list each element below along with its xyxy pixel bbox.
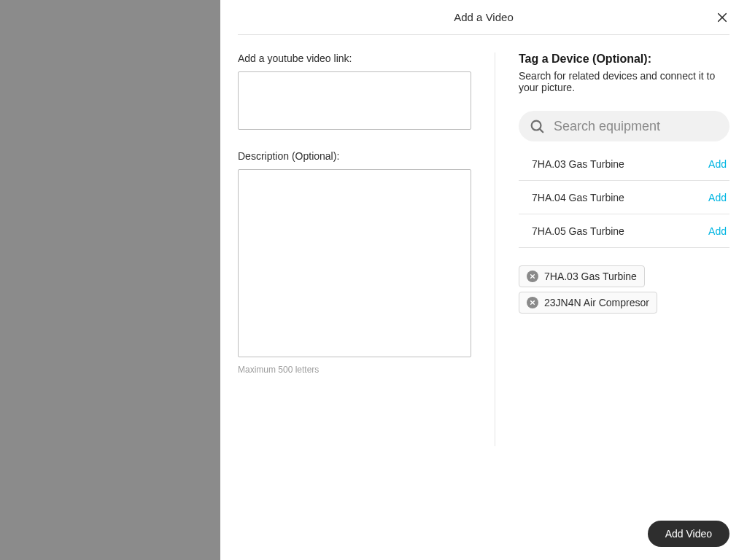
close-icon: [530, 300, 535, 306]
device-chip: 7HA.03 Gas Turbine: [519, 265, 645, 287]
vertical-divider: [495, 52, 495, 446]
result-row: 7HA.03 Gas Turbine Add: [519, 147, 729, 181]
add-device-button[interactable]: Add: [708, 158, 729, 170]
youtube-link-input[interactable]: [238, 71, 471, 130]
right-column: Tag a Device (Optional): Search for rela…: [519, 52, 729, 508]
youtube-link-label: Add a youtube video link:: [238, 52, 471, 64]
add-video-panel: Add a Video Add a youtube video link: De…: [220, 0, 747, 560]
left-column: Add a youtube video link: Description (O…: [238, 52, 471, 508]
search-wrap: [519, 111, 729, 141]
search-results: 7HA.03 Gas Turbine Add 7HA.04 Gas Turbin…: [519, 147, 729, 248]
tag-device-title: Tag a Device (Optional):: [519, 52, 729, 66]
description-helper: Maximum 500 letters: [238, 365, 471, 375]
result-name: 7HA.03 Gas Turbine: [532, 158, 624, 170]
search-equipment-input[interactable]: [519, 111, 729, 141]
chip-label: 23JN4N Air Compresor: [544, 297, 649, 308]
panel-header: Add a Video: [238, 0, 729, 35]
result-row: 7HA.04 Gas Turbine Add: [519, 181, 729, 214]
add-video-button[interactable]: Add Video: [648, 521, 729, 547]
close-icon: [716, 11, 729, 24]
close-icon: [530, 273, 535, 279]
add-device-button[interactable]: Add: [708, 225, 729, 237]
result-row: 7HA.05 Gas Turbine Add: [519, 214, 729, 248]
description-input[interactable]: [238, 169, 471, 357]
selected-chips: 7HA.03 Gas Turbine 23JN4N Air Compresor: [519, 265, 729, 314]
panel-title: Add a Video: [454, 11, 513, 23]
add-device-button[interactable]: Add: [708, 192, 729, 203]
panel-body: Add a youtube video link: Description (O…: [220, 35, 747, 508]
search-icon: [529, 118, 545, 134]
panel-footer: Add Video: [220, 508, 747, 560]
description-label: Description (Optional):: [238, 150, 471, 162]
close-button[interactable]: [715, 10, 729, 25]
device-chip: 23JN4N Air Compresor: [519, 292, 657, 314]
result-name: 7HA.04 Gas Turbine: [532, 192, 624, 203]
tag-device-subtitle: Search for related devices and connect i…: [519, 70, 729, 93]
chip-remove-button[interactable]: [527, 271, 538, 282]
chip-remove-button[interactable]: [527, 297, 538, 308]
chip-label: 7HA.03 Gas Turbine: [544, 271, 637, 282]
result-name: 7HA.05 Gas Turbine: [532, 225, 624, 237]
svg-line-3: [540, 129, 543, 132]
